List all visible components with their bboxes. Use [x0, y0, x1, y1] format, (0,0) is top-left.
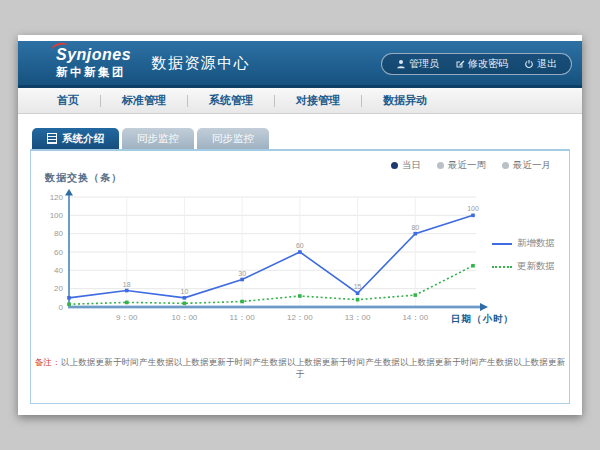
radio-dot-icon — [391, 162, 398, 169]
radio-label: 当日 — [402, 159, 421, 172]
svg-text:18: 18 — [123, 281, 131, 288]
legend-dotted-line-icon — [492, 266, 512, 268]
brand-logo: Synjones 新中新集团 — [56, 47, 131, 80]
content-area: 系统介绍 同步监控 同步监控 当日 最近一周 — [18, 114, 582, 404]
nav-item-data-change[interactable]: 数据异动 — [362, 93, 448, 108]
power-icon — [524, 59, 534, 69]
footnote: 备注：以上数据更新于时间产生数据以上数据更新于时间产生数据以上数据更新于时间产生… — [31, 357, 569, 381]
svg-text:15: 15 — [354, 283, 362, 290]
user-toolbar: 管理员 修改密码 退出 — [381, 53, 572, 75]
nav-item-system-mgmt[interactable]: 系统管理 — [188, 93, 274, 108]
user-menu[interactable]: 管理员 — [388, 57, 447, 71]
logout-link[interactable]: 退出 — [516, 57, 565, 71]
svg-text:80: 80 — [54, 229, 63, 238]
footnote-prefix: 备注： — [35, 357, 61, 367]
svg-text:30: 30 — [238, 270, 246, 277]
svg-text:12：00: 12：00 — [287, 313, 313, 322]
main-nav: 首页 标准管理 系统管理 对接管理 数据异动 — [18, 88, 582, 114]
app-window: Synjones 新中新集团 数据资源中心 管理员 修改密码 — [18, 35, 582, 415]
change-password-label: 修改密码 — [468, 57, 508, 71]
footnote-text: 以上数据更新于时间产生数据以上数据更新于时间产生数据以上数据更新于时间产生数据以… — [61, 357, 566, 379]
user-name: 管理员 — [409, 57, 439, 71]
chart-y-axis-title: 数据交换（条） — [45, 171, 122, 185]
tab-sync-monitor-2[interactable]: 同步监控 — [197, 128, 269, 149]
app-title: 数据资源中心 — [151, 54, 250, 73]
tab-sync-monitor-1[interactable]: 同步监控 — [122, 128, 194, 149]
svg-text:11：00: 11：00 — [230, 313, 256, 322]
change-password-link[interactable]: 修改密码 — [447, 57, 516, 71]
svg-text:13：00: 13：00 — [345, 313, 371, 322]
nav-item-standard-mgmt[interactable]: 标准管理 — [101, 93, 187, 108]
radio-last-month[interactable]: 最近一月 — [502, 159, 551, 172]
svg-text:100: 100 — [50, 211, 64, 220]
svg-text:80: 80 — [411, 224, 419, 231]
tab-system-intro[interactable]: 系统介绍 — [32, 128, 119, 149]
radio-label: 最近一月 — [513, 159, 551, 172]
svg-text:0: 0 — [59, 303, 64, 312]
chart-legend: 新增数据 更新数据 — [492, 237, 555, 273]
legend-label: 更新数据 — [517, 260, 555, 273]
time-range-filter: 当日 最近一周 最近一月 — [391, 159, 551, 172]
radio-last-week[interactable]: 最近一周 — [437, 159, 486, 172]
svg-text:60: 60 — [54, 248, 63, 257]
person-icon — [396, 59, 406, 69]
radio-label: 最近一周 — [448, 159, 486, 172]
app-header: Synjones 新中新集团 数据资源中心 管理员 修改密码 — [18, 41, 582, 88]
svg-text:10: 10 — [181, 288, 189, 295]
svg-text:20: 20 — [54, 284, 63, 293]
svg-text:60: 60 — [296, 242, 304, 249]
legend-label: 新增数据 — [517, 237, 555, 250]
tab-bar: 系统介绍 同步监控 同步监控 — [32, 128, 570, 149]
logout-label: 退出 — [537, 57, 557, 71]
browser-canvas: Synjones 新中新集团 数据资源中心 管理员 修改密码 — [0, 0, 600, 450]
logo-subtitle: 新中新集团 — [56, 65, 131, 80]
nav-item-interface-mgmt[interactable]: 对接管理 — [275, 93, 361, 108]
document-icon — [47, 133, 57, 144]
svg-text:100: 100 — [467, 205, 479, 212]
radio-dot-icon — [437, 162, 444, 169]
svg-text:10：00: 10：00 — [172, 313, 198, 322]
svg-text:120: 120 — [50, 193, 64, 202]
tab-label: 系统介绍 — [62, 132, 104, 146]
radio-today[interactable]: 当日 — [391, 159, 421, 172]
legend-solid-line-icon — [492, 243, 512, 245]
svg-text:9：00: 9：00 — [116, 313, 138, 322]
nav-item-home[interactable]: 首页 — [36, 93, 100, 108]
edit-icon — [455, 59, 465, 69]
line-chart: 0204060801001209：0010：0011：0012：0013：001… — [31, 189, 566, 329]
svg-text:40: 40 — [54, 266, 63, 275]
legend-item-update-data[interactable]: 更新数据 — [492, 260, 555, 273]
svg-text:14：00: 14：00 — [402, 313, 428, 322]
chart-panel: 当日 最近一周 最近一月 数据交换（条） 0204060801001209：00… — [30, 149, 570, 404]
svg-text:日期（小时）: 日期（小时） — [451, 313, 514, 325]
legend-item-new-data[interactable]: 新增数据 — [492, 237, 555, 250]
radio-dot-icon — [502, 162, 509, 169]
